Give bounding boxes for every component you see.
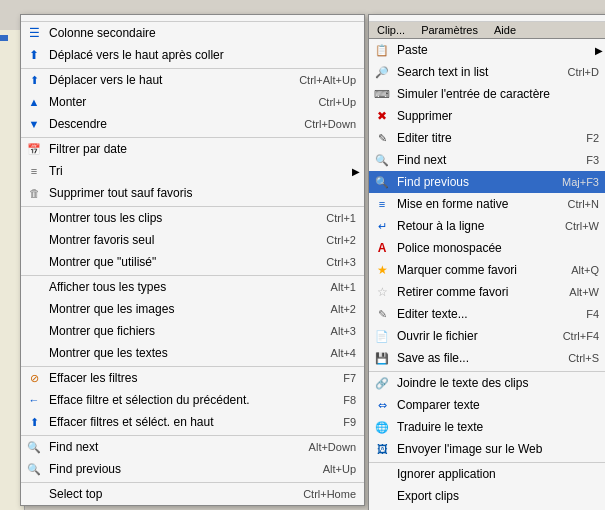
menu-item-retirer-favori[interactable]: ☆Retirer comme favoriAlt+W: [369, 281, 605, 303]
menu-item-label-montrer-tous-clips: Montrer tous les clips: [45, 211, 316, 225]
menu-item-label-montrer-images: Montrer que les images: [45, 302, 321, 316]
menu-item-icon-envoyer-image: 🖼: [371, 440, 393, 458]
menu-item-supprimer-tout-sauf-favoris[interactable]: 🗑Supprimer tout sauf favoris: [21, 182, 364, 204]
menu-item-icon-paste: 📋: [371, 41, 393, 59]
menu-item-label-editer-texte: Editer texte...: [393, 307, 576, 321]
menu-item-montrer-images[interactable]: Montrer que les imagesAlt+2: [21, 298, 364, 320]
menu-item-export-clips[interactable]: Export clips: [369, 485, 605, 507]
menu-item-ouvrir-fichier[interactable]: 📄Ouvrir le fichierCtrl+F4: [369, 325, 605, 347]
menu-item-tri[interactable]: ≡Tri▶: [21, 160, 364, 182]
menu-item-shortcut-select-top: Ctrl+Home: [293, 488, 360, 500]
right-menu-bar-item-0[interactable]: Clip...: [373, 23, 409, 37]
menu-item-shortcut-ouvrir-fichier: Ctrl+F4: [553, 330, 603, 342]
menu-item-find-previous-right[interactable]: 🔍Find previousMaj+F3: [369, 171, 605, 193]
menu-item-label-traduire-texte: Traduire le texte: [393, 420, 603, 434]
menu-item-label-simuler: Simuler l'entrée de caractère: [393, 87, 603, 101]
menu-item-find-previous-left[interactable]: 🔍Find previousAlt+Up: [21, 458, 364, 480]
menu-item-paste[interactable]: 📋Paste▶: [369, 39, 605, 61]
menu-item-find-next-right[interactable]: 🔍Find nextF3: [369, 149, 605, 171]
menu-item-police-mono[interactable]: APolice monospacée: [369, 237, 605, 259]
menu-item-monter[interactable]: ▲MonterCtrl+Up: [21, 91, 364, 113]
menu-item-shortcut-montrer-fichiers: Alt+3: [321, 325, 360, 337]
menu-item-shortcut-search-text: Ctrl+D: [558, 66, 603, 78]
menu-item-montrer-textes[interactable]: Montrer que les textesAlt+4: [21, 342, 364, 364]
menu-item-select-top[interactable]: Select topCtrl+Home: [21, 482, 364, 505]
menu-item-save-as[interactable]: 💾Save as file...Ctrl+S: [369, 347, 605, 369]
menu-item-effacer-filtres[interactable]: ⊘Effacer les filtresF7: [21, 366, 364, 389]
menu-item-deplacer-vers-haut[interactable]: ⬆Déplacer vers le hautCtrl+Alt+Up: [21, 68, 364, 91]
menu-item-icon-filtrer-date: 📅: [23, 140, 45, 158]
menu-item-find-next-left[interactable]: 🔍Find nextAlt+Down: [21, 435, 364, 458]
menu-item-montrer-fichiers[interactable]: Montrer que fichiersAlt+3: [21, 320, 364, 342]
menu-item-icon-montrer-textes: [23, 344, 45, 362]
menu-item-label-effacer-filtres: Effacer les filtres: [45, 371, 333, 385]
menu-item-label-search-text: Search text in list: [393, 65, 558, 79]
menu-item-shortcut-find-previous-left: Alt+Up: [313, 463, 360, 475]
menu-item-simuler[interactable]: ⌨Simuler l'entrée de caractère: [369, 83, 605, 105]
menu-item-icon-marquer-favori: ★: [371, 261, 393, 279]
menu-item-icon-montrer-que-utilise: [23, 253, 45, 271]
menu-item-efface-filtre-selection[interactable]: ←Efface filtre et sélection du précédent…: [21, 389, 364, 411]
menu-item-arrow-paste: ▶: [593, 45, 603, 56]
menu-item-label-retour-ligne: Retour à la ligne: [393, 219, 555, 233]
menu-item-icon-retour-ligne: ↵: [371, 217, 393, 235]
menu-item-afficher-tous-types[interactable]: Afficher tous les typesAlt+1: [21, 275, 364, 298]
right-menu-bar-item-2[interactable]: Aide: [490, 23, 520, 37]
menu-item-montrer-favoris-seul[interactable]: Montrer favoris seulCtrl+2: [21, 229, 364, 251]
menu-item-label-police-mono: Police monospacée: [393, 241, 603, 255]
menu-item-effacer-filtres-select-haut[interactable]: ⬆Effacer filtres et séléct. en hautF9: [21, 411, 364, 433]
menu-item-arrow-tri: ▶: [350, 166, 360, 177]
menu-item-supprimer[interactable]: ✖Supprimer: [369, 105, 605, 127]
liste-tab[interactable]: [0, 35, 8, 41]
menu-item-descendre[interactable]: ▼DescendreCtrl+Down: [21, 113, 364, 135]
onglet-clip-menu: Clip...ParamètresAide 📋Paste▶🔎Search tex…: [368, 14, 605, 510]
menu-item-joindre-texte[interactable]: 🔗Joindre le texte des clips: [369, 371, 605, 394]
menu-item-icon-find-previous-left: 🔍: [23, 460, 45, 478]
clip-menu-bar: Clip...ParamètresAide: [369, 22, 605, 39]
menu-item-icon-effacer-filtres: ⊘: [23, 369, 45, 387]
menu-item-label-colonne-secondaire: Colonne secondaire: [45, 26, 360, 40]
menu-item-icon-find-next-right: 🔍: [371, 151, 393, 169]
menu-item-shortcut-marquer-favori: Alt+Q: [561, 264, 603, 276]
menu-item-shortcut-effacer-filtres: F7: [333, 372, 360, 384]
menu-item-shortcut-effacer-filtres-select-haut: F9: [333, 416, 360, 428]
onglet-liste-menu: ☰Colonne secondaire⬆Déplacé vers le haut…: [20, 14, 365, 506]
menu-item-shortcut-retirer-favori: Alt+W: [559, 286, 603, 298]
menu-item-label-editer-titre: Editer titre: [393, 131, 576, 145]
menu-item-search-text[interactable]: 🔎Search text in listCtrl+D: [369, 61, 605, 83]
menu-item-comparer-texte[interactable]: ⇔Comparer texte: [369, 394, 605, 416]
menu-item-ignorer-app[interactable]: Ignorer application: [369, 462, 605, 485]
menu-item-label-paste: Paste: [393, 43, 593, 57]
menu-item-label-find-previous-right: Find previous: [393, 175, 552, 189]
menu-item-editer-texte[interactable]: ✎Editer texte...F4: [369, 303, 605, 325]
menu-item-shortcut-montrer-que-utilise: Ctrl+3: [316, 256, 360, 268]
menu-item-label-monter: Monter: [45, 95, 308, 109]
menu-item-envoyer-image[interactable]: 🖼Envoyer l'image sur le Web: [369, 438, 605, 460]
menu-item-label-select-top: Select top: [45, 487, 293, 501]
menu-item-deplace-haut-apres-coller[interactable]: ⬆Déplacé vers le haut après coller: [21, 44, 364, 66]
menu-item-retour-ligne[interactable]: ↵Retour à la ligneCtrl+W: [369, 215, 605, 237]
menu-item-icon-monter: ▲: [23, 93, 45, 111]
menu-item-montrer-que-utilise[interactable]: Montrer que "utilisé"Ctrl+3: [21, 251, 364, 273]
menu-item-shortcut-afficher-tous-types: Alt+1: [321, 281, 360, 293]
menu-item-icon-tri: ≡: [23, 162, 45, 180]
menu-item-label-effacer-filtres-select-haut: Effacer filtres et séléct. en haut: [45, 415, 333, 429]
right-menu-bar-item-1[interactable]: Paramètres: [417, 23, 482, 37]
menu-item-marquer-favori[interactable]: ★Marquer comme favoriAlt+Q: [369, 259, 605, 281]
menu-item-icon-find-next-left: 🔍: [23, 438, 45, 456]
menu-item-shortcut-mise-en-forme: Ctrl+N: [558, 198, 603, 210]
menu-item-label-deplacer-vers-haut: Déplacer vers le haut: [45, 73, 289, 87]
menu-item-label-descendre: Descendre: [45, 117, 294, 131]
menu-item-icon-find-previous-right: 🔍: [371, 173, 393, 191]
menu-item-mise-en-forme[interactable]: ≡Mise en forme nativeCtrl+N: [369, 193, 605, 215]
menu-item-filtrer-date[interactable]: 📅Filtrer par date: [21, 137, 364, 160]
menu-item-icon-efface-filtre-selection: ←: [23, 391, 45, 409]
menu-item-icon-simuler: ⌨: [371, 85, 393, 103]
menu-item-traduire-texte[interactable]: 🌐Traduire le texte: [369, 416, 605, 438]
menu-item-label-tri: Tri: [45, 164, 350, 178]
menu-item-editer-titre[interactable]: ✎Editer titreF2: [369, 127, 605, 149]
menu-item-montrer-tous-clips[interactable]: Montrer tous les clipsCtrl+1: [21, 206, 364, 229]
menu-item-colonne-secondaire[interactable]: ☰Colonne secondaire: [21, 22, 364, 44]
menu-item-label-filtrer-date: Filtrer par date: [45, 142, 360, 156]
menu-item-label-joindre-texte: Joindre le texte des clips: [393, 376, 603, 390]
